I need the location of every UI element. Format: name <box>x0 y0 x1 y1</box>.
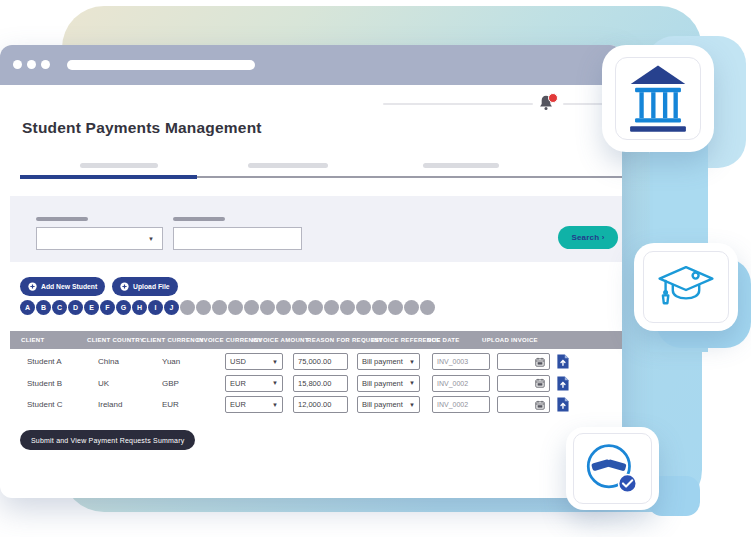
tab-3-label-placeholder <box>423 163 499 168</box>
notification-badge <box>548 93 558 103</box>
alphabet-letter-inactive[interactable] <box>404 300 419 315</box>
due-date-input[interactable] <box>497 353 550 370</box>
calendar-icon <box>535 378 545 388</box>
bank-card-inner <box>615 57 701 140</box>
plus-circle-icon <box>28 282 37 291</box>
alphabet-letter-inactive[interactable] <box>228 300 243 315</box>
alphabet-letter[interactable]: D <box>68 300 83 315</box>
due-date-input[interactable] <box>497 396 550 413</box>
add-new-student-button[interactable]: Add New Student <box>20 277 105 296</box>
alphabet-letter[interactable]: C <box>52 300 67 315</box>
bank-icon <box>627 64 689 134</box>
invoice-currency-select[interactable]: USD ▼ <box>225 353 283 370</box>
reason-for-request-select[interactable]: Bill payment ▼ <box>357 396 420 413</box>
reason-for-request-select[interactable]: Bill payment ▼ <box>357 375 420 392</box>
client-cell: Student A <box>27 351 62 373</box>
invoice-amount-input[interactable]: 12,000.00 <box>293 396 348 413</box>
invoice-amount-input[interactable]: 75,000.00 <box>293 353 348 370</box>
alphabet-letter[interactable]: I <box>148 300 163 315</box>
client-cell: Student C <box>27 394 63 416</box>
alphabet-letter-inactive[interactable] <box>420 300 435 315</box>
invoice-currency-select[interactable]: EUR ▼ <box>225 375 283 392</box>
alphabet-letter[interactable]: B <box>36 300 51 315</box>
reason-for-request-select[interactable]: Bill payment ▼ <box>357 353 420 370</box>
alphabet-letter-inactive[interactable] <box>276 300 291 315</box>
chevron-down-icon: ▼ <box>409 380 415 386</box>
alphabet-letter-inactive[interactable] <box>324 300 339 315</box>
chevron-down-icon: ▼ <box>409 359 415 365</box>
tab-1-label-placeholder <box>80 163 158 168</box>
invoice-reference-input[interactable]: INV_0003 <box>432 353 490 370</box>
alphabet-letter[interactable]: E <box>84 300 99 315</box>
invoice-currency-value: USD <box>230 357 246 366</box>
client-country-cell: Ireland <box>98 394 122 416</box>
invoice-reference-value: INV_0002 <box>437 401 468 408</box>
alphabet-letter[interactable]: J <box>164 300 179 315</box>
upload-file-label: Upload File <box>133 283 170 290</box>
alphabet-letter-inactive[interactable] <box>260 300 275 315</box>
table-row: Student C Ireland EUR EUR ▼ 12,000.00 Bi… <box>0 394 622 416</box>
client-currency-cell: EUR <box>162 394 179 416</box>
table-row: Student B UK GBP EUR ▼ 15,800.00 Bill pa… <box>0 373 622 395</box>
column-header: CLIENT <box>21 331 44 349</box>
handshake-card <box>566 427 659 510</box>
alphabet-letter-inactive[interactable] <box>372 300 387 315</box>
upload-invoice-icon[interactable] <box>556 376 569 391</box>
column-header: INVOICE AMOUNT <box>252 331 309 349</box>
handshake-card-inner <box>573 433 652 504</box>
invoice-reference-input[interactable]: INV_0002 <box>432 375 490 392</box>
table-row: Student A China Yuan USD ▼ 75,000.00 Bil… <box>0 351 622 373</box>
invoice-reference-value: INV_0002 <box>437 380 468 387</box>
invoice-currency-select[interactable]: EUR ▼ <box>225 396 283 413</box>
alphabet-letter-inactive[interactable] <box>388 300 403 315</box>
graduation-cap-icon <box>656 262 716 312</box>
calendar-icon <box>535 357 545 367</box>
alphabet-letter[interactable]: G <box>116 300 131 315</box>
alphabet-letter-inactive[interactable] <box>196 300 211 315</box>
invoice-amount-input[interactable]: 15,800.00 <box>293 375 348 392</box>
address-bar[interactable] <box>67 60 255 70</box>
filter-text-input[interactable] <box>173 227 302 250</box>
window-control-dot[interactable] <box>27 60 36 69</box>
handshake-check-icon <box>580 438 646 500</box>
calendar-icon <box>535 400 545 410</box>
chevron-down-icon: ▼ <box>272 359 278 365</box>
alphabet-letter-inactive[interactable] <box>340 300 355 315</box>
alphabet-letter-inactive[interactable] <box>244 300 259 315</box>
alphabet-letter[interactable]: F <box>100 300 115 315</box>
column-header: UPLOAD INVOICE <box>482 331 538 349</box>
table-header: CLIENT CLIENT COUNTRY CLIENT CURRENCY IN… <box>10 331 622 349</box>
tab-1-active-underline <box>20 175 197 179</box>
column-header: CLIENT COUNTRY <box>87 331 144 349</box>
alphabet-letter[interactable]: A <box>20 300 35 315</box>
invoice-reference-value: INV_0003 <box>437 358 468 365</box>
upload-file-button[interactable]: Upload File <box>112 277 178 296</box>
column-header: DUE DATE <box>427 331 460 349</box>
screenshot-canvas: Student Payments Management ▼ Search › <box>0 0 751 537</box>
graduation-card-inner <box>643 251 729 323</box>
alphabet-letter-inactive[interactable] <box>292 300 307 315</box>
window-control-dot[interactable] <box>41 60 50 69</box>
alphabet-letter-inactive[interactable] <box>180 300 195 315</box>
alphabet-letter-inactive[interactable] <box>212 300 227 315</box>
tab-2-label-placeholder <box>248 163 328 168</box>
chevron-down-icon: ▼ <box>148 236 154 242</box>
chevron-down-icon: ▼ <box>272 402 278 408</box>
alphabet-letter-inactive[interactable] <box>356 300 371 315</box>
search-button[interactable]: Search › <box>558 226 618 249</box>
due-date-input[interactable] <box>497 375 550 392</box>
filter-dropdown[interactable]: ▼ <box>36 227 163 250</box>
column-header: CLIENT CURRENCY <box>142 331 204 349</box>
invoice-currency-value: EUR <box>230 400 246 409</box>
alphabet-letter-inactive[interactable] <box>308 300 323 315</box>
upload-invoice-icon[interactable] <box>556 354 569 369</box>
invoice-reference-input[interactable]: INV_0002 <box>432 396 490 413</box>
window-control-dot[interactable] <box>13 60 22 69</box>
upload-invoice-icon[interactable] <box>556 397 569 412</box>
filter-panel: ▼ Search › <box>10 196 622 262</box>
add-new-student-label: Add New Student <box>41 283 97 290</box>
submit-summary-button[interactable]: Submit and View Payment Requests Summary <box>20 430 195 450</box>
tab-3-underline <box>373 176 622 178</box>
client-country-cell: UK <box>98 373 109 395</box>
alphabet-letter[interactable]: H <box>132 300 147 315</box>
